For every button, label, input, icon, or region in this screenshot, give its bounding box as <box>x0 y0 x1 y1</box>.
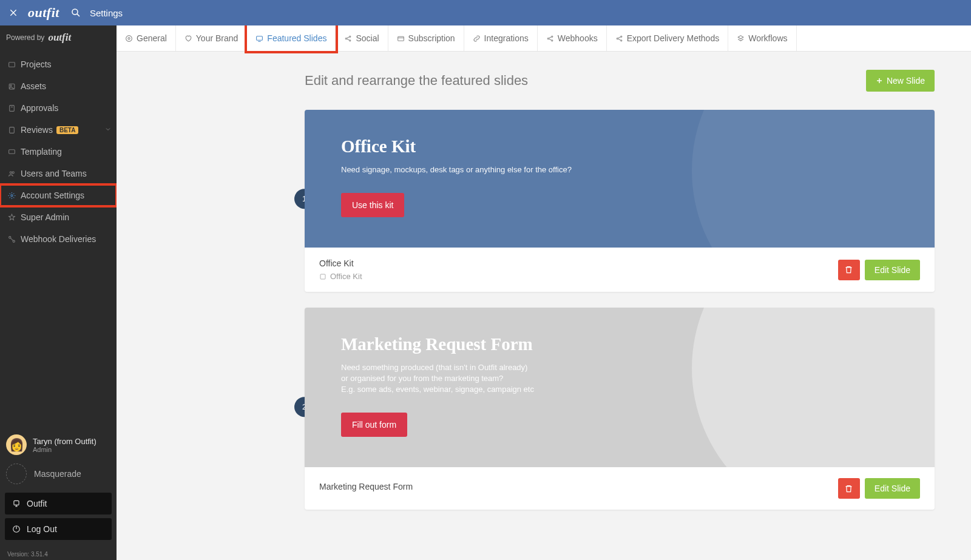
svg-line-41 <box>618 36 620 38</box>
tab-webhooks[interactable]: Webhooks <box>538 25 607 51</box>
svg-rect-10 <box>8 149 15 153</box>
masquerade-link[interactable]: Masquerade <box>0 460 117 488</box>
svg-point-34 <box>551 36 552 37</box>
tab-your-brand[interactable]: Your Brand <box>176 25 248 51</box>
outfit-button[interactable]: Outfit <box>5 493 112 514</box>
edit-slide-button[interactable]: Edit Slide <box>865 260 920 280</box>
tab-integrations[interactable]: Integrations <box>464 25 538 51</box>
tab-icon <box>473 35 481 42</box>
powered-by: Powered by outfit <box>0 25 117 50</box>
sidebar-item-approvals[interactable]: Approvals <box>0 97 117 119</box>
svg-point-2 <box>72 9 78 15</box>
svg-line-42 <box>618 39 620 40</box>
svg-rect-17 <box>14 501 19 505</box>
slide-desc: or organised for you from the marketing … <box>341 374 572 383</box>
svg-line-37 <box>549 39 551 40</box>
sidebar-nav: ProjectsAssetsApprovalsReviewsBETATempla… <box>0 50 117 250</box>
user-name: Taryn (from Outfit) <box>33 437 96 446</box>
nav-label: Webhook Deliveries <box>21 234 96 244</box>
nav-icon <box>7 235 16 243</box>
sidebar-item-account-settings[interactable]: Account Settings <box>0 184 117 206</box>
sidebar-item-super-admin[interactable]: Super Admin <box>0 206 117 228</box>
nav-label: Templating <box>21 147 62 157</box>
slide-desc: Need signage, mockups, desk tags or anyt… <box>341 165 572 174</box>
user-role: Admin <box>33 446 96 453</box>
content-area: Edit and rearrange the featured slides N… <box>117 52 971 560</box>
tab-general[interactable]: General <box>117 25 176 51</box>
sidebar-item-templating[interactable]: Templating <box>0 141 117 163</box>
user-block[interactable]: 👩 Taryn (from Outfit) Admin <box>0 430 117 460</box>
nav-icon <box>7 83 16 90</box>
logout-button[interactable]: Log Out <box>5 518 112 540</box>
svg-point-6 <box>10 84 11 86</box>
tab-icon <box>344 35 352 42</box>
nav-icon <box>7 170 16 178</box>
nav-label: Reviews <box>21 125 53 135</box>
topbar: outfit Settings <box>0 0 971 25</box>
nav-icon <box>7 104 16 112</box>
tab-subscription[interactable]: Subscription <box>388 25 464 51</box>
tab-social[interactable]: Social <box>336 25 388 51</box>
page-name: Settings <box>90 8 123 18</box>
delete-slide-button[interactable] <box>838 478 860 499</box>
tab-workflows[interactable]: Workflows <box>728 25 796 51</box>
tab-icon <box>184 35 192 42</box>
slide-hero: Office KitNeed signage, mockups, desk ta… <box>305 110 935 248</box>
slide-heading: Marketing Request Form <box>341 334 898 354</box>
sidebar-item-webhook-deliveries[interactable]: Webhook Deliveries <box>0 228 117 250</box>
search-icon[interactable] <box>70 7 81 18</box>
brand-logo[interactable]: outfit <box>28 5 59 21</box>
slide-footer: Office KitOffice KitEdit Slide <box>305 248 935 292</box>
svg-point-33 <box>547 38 549 39</box>
nav-label: Projects <box>21 59 52 69</box>
tab-featured-slides[interactable]: Featured Slides <box>247 25 336 51</box>
avatar: 👩 <box>6 434 27 455</box>
nav-label: Account Settings <box>21 191 84 200</box>
svg-rect-45 <box>320 274 325 279</box>
close-icon[interactable] <box>7 7 19 19</box>
slide-desc: E.g. some ads, events, webinar, signage,… <box>341 385 572 394</box>
slide-card: 2Marketing Request FormNeed something pr… <box>305 308 935 510</box>
edit-slide-button[interactable]: Edit Slide <box>865 478 920 499</box>
slide-cta-button[interactable]: Use this kit <box>341 193 404 217</box>
svg-line-30 <box>347 39 350 40</box>
svg-point-11 <box>10 171 12 173</box>
svg-point-13 <box>10 194 12 196</box>
slide-foot-link[interactable]: Office Kit <box>319 272 362 281</box>
powered-by-logo: outfit <box>48 32 71 44</box>
slide-foot-title: Marketing Request Form <box>319 482 413 491</box>
nav-label: Assets <box>21 81 46 91</box>
svg-point-12 <box>12 171 14 173</box>
sidebar-item-users-and-teams[interactable]: Users and Teams <box>0 163 117 184</box>
svg-point-35 <box>551 39 552 41</box>
tab-icon <box>255 35 263 42</box>
svg-line-3 <box>77 14 80 16</box>
svg-line-29 <box>347 36 350 38</box>
svg-point-26 <box>346 38 347 39</box>
svg-rect-7 <box>9 105 14 111</box>
sidebar-item-projects[interactable]: Projects <box>0 53 117 75</box>
masquerade-icon <box>6 464 27 484</box>
tab-icon <box>546 35 554 42</box>
slide-hero: Marketing Request FormNeed something pro… <box>305 308 935 467</box>
svg-point-27 <box>350 36 351 37</box>
sidebar-item-reviews[interactable]: ReviewsBETA <box>0 119 117 141</box>
svg-rect-4 <box>8 62 15 67</box>
sidebar-item-assets[interactable]: Assets <box>0 75 117 97</box>
nav-icon <box>7 126 16 134</box>
tab-export-delivery-methods[interactable]: Export Delivery Methods <box>607 25 729 51</box>
tab-icon <box>397 35 405 42</box>
new-slide-button[interactable]: New Slide <box>866 70 935 92</box>
svg-rect-24 <box>257 36 263 40</box>
svg-line-36 <box>549 36 551 38</box>
svg-line-16 <box>10 238 13 240</box>
svg-point-39 <box>620 36 621 37</box>
svg-point-40 <box>620 39 621 41</box>
slide-cta-button[interactable]: Fill out form <box>341 413 407 437</box>
svg-rect-9 <box>9 127 14 133</box>
delete-slide-button[interactable] <box>838 260 860 280</box>
slide-footer: Marketing Request FormEdit Slide <box>305 467 935 510</box>
nav-icon <box>7 148 16 156</box>
version-text: Version: 3.51.4 <box>0 548 117 560</box>
beta-badge: BETA <box>56 126 78 134</box>
